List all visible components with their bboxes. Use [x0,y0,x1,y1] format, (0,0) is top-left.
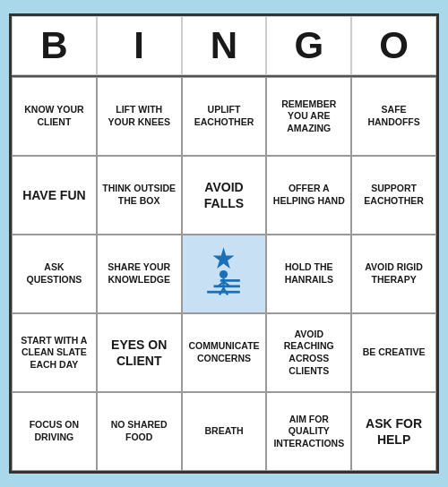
bingo-cell-18: AVOID REACHING ACROSS CLIENTS [266,313,351,392]
bingo-cell-22: BREATH [182,392,267,471]
bingo-letter-b: B [12,16,97,75]
bingo-cell-23: AIM FOR QUALITY INTERACTIONS [266,392,351,471]
bingo-cell-11: SHARE YOUR KNOWLEDGE [97,235,182,313]
bingo-cell-20: FOCUS ON DRIVING [12,392,97,471]
svg-rect-2 [208,290,241,293]
bingo-cell-7: AVOID FALLS [182,156,267,235]
bingo-cell-2: UPLIFT EACHOTHER [182,77,267,156]
bingo-letter-g: G [266,16,351,75]
bingo-grid: KNOW YOUR CLIENTLIFT WITH YOUR KNEESUPLI… [12,75,436,471]
bingo-letter-o: O [351,16,436,75]
bingo-cell-19: BE CREATIVE [351,313,436,392]
bingo-cell-21: NO SHARED FOOD [97,392,182,471]
bingo-cell-5: HAVE FUN [12,156,97,235]
bingo-cell-8: OFFER A HELPING HAND [266,156,351,235]
bingo-cell-1: LIFT WITH YOUR KNEES [97,77,182,156]
bingo-header: BINGO [12,16,436,75]
bingo-letter-n: N [182,16,267,75]
bingo-cell-4: SAFE HANDOFFS [351,77,436,156]
bingo-cell-14: AVOID RIGID THERAPY [351,235,436,313]
bingo-cell-16: EYES ON CLIENT [97,313,182,392]
bingo-cell-24: ASK FOR HELP [351,392,436,471]
bingo-cell-3: REMEMBER YOU ARE AMAZING [266,77,351,156]
bingo-cell-13: HOLD THE HANRAILS [266,235,351,313]
bingo-cell-15: START WITH A CLEAN SLATE EACH DAY [12,313,97,392]
bingo-cell-6: THINK OUTSIDE THE BOX [97,156,182,235]
svg-marker-0 [213,247,235,269]
bingo-cell-12 [182,235,267,313]
bingo-cell-17: COMMUNICATE CONCERNS [182,313,267,392]
bingo-cell-9: SUPPORT EACHOTHER [351,156,436,235]
bingo-letter-i: I [97,16,182,75]
free-space [199,245,248,303]
bingo-cell-0: KNOW YOUR CLIENT [12,77,97,156]
bingo-card: BINGO KNOW YOUR CLIENTLIFT WITH YOUR KNE… [9,13,439,474]
svg-point-1 [220,269,228,278]
bingo-cell-10: ASK QUESTIONS [12,235,97,313]
